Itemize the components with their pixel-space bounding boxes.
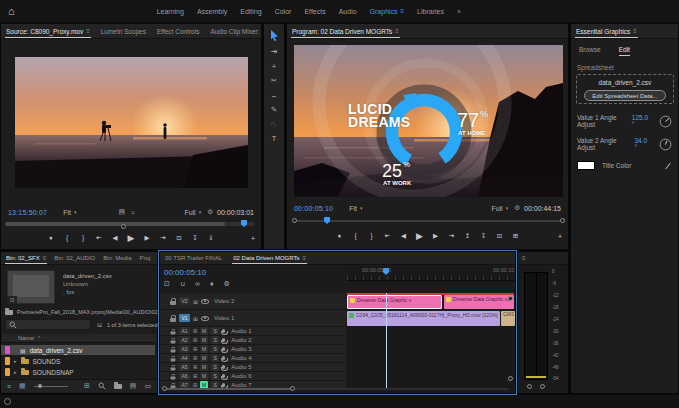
- tab-project[interactable]: Proj: [139, 252, 152, 264]
- zoom-slider[interactable]: [34, 386, 68, 387]
- clip-v1-tan[interactable]: C043 De: [501, 311, 515, 326]
- v-scroll-knob[interactable]: [508, 296, 513, 301]
- mic-icon[interactable]: [222, 329, 225, 333]
- program-scrubber[interactable]: [292, 217, 565, 225]
- mark-out-button[interactable]: }: [78, 235, 88, 242]
- ripple-edit-tool[interactable]: +: [272, 63, 276, 71]
- source-zoom-scrollbar[interactable]: [5, 221, 255, 228]
- mute-button[interactable]: M: [200, 372, 208, 380]
- time-ruler[interactable]: 00:00:05:00 00:00:10: [347, 266, 515, 281]
- source-timecode[interactable]: 13:15:50:07: [8, 209, 47, 216]
- panel-menu-icon[interactable]: ≡: [633, 28, 637, 34]
- add-marker-icon[interactable]: ♦: [210, 280, 214, 288]
- mark-out-button[interactable]: }: [367, 233, 377, 240]
- mic-icon[interactable]: [222, 338, 225, 342]
- mic-icon[interactable]: [222, 365, 225, 369]
- mic-icon[interactable]: [222, 347, 225, 351]
- panel-menu-icon[interactable]: ≡: [43, 255, 47, 261]
- track-target-a5[interactable]: A5: [179, 363, 190, 371]
- tab-source[interactable]: Source: C8090_Proxy.mov≡: [5, 24, 91, 38]
- solo-button[interactable]: S: [211, 327, 219, 335]
- scrollbar-center-knob[interactable]: [121, 224, 126, 229]
- sync-lock-icon[interactable]: ⊞: [193, 298, 198, 305]
- type-tool[interactable]: T: [272, 135, 277, 143]
- label-color-chip[interactable]: [5, 346, 10, 354]
- solo-button[interactable]: S: [211, 336, 219, 344]
- scrollbar-knob[interactable]: [290, 386, 295, 391]
- razor-tool[interactable]: ✂: [271, 77, 277, 85]
- clip-v2-selected[interactable]: Dreamer Data Graphic v: [347, 295, 442, 309]
- add-marker-button[interactable]: ♦: [335, 233, 345, 240]
- timeline-h-scrollbar[interactable]: [162, 387, 509, 391]
- track-output-eye-icon[interactable]: [201, 316, 209, 321]
- workspace-tab-effects[interactable]: Effects: [304, 8, 325, 15]
- step-forward-button[interactable]: ▶: [431, 233, 441, 240]
- tab-bin-02-audio[interactable]: Bin: 02_AUDIO: [53, 252, 96, 264]
- track-lock-icon[interactable]: [171, 340, 176, 343]
- eg-tab-edit[interactable]: Edit: [619, 46, 630, 55]
- search-input[interactable]: [5, 319, 91, 330]
- param2-dial[interactable]: [659, 138, 672, 151]
- clip-v1[interactable]: C094_C005_05181114_A09000-0117H[_Proxy_H…: [347, 311, 500, 326]
- v-scroll-knob[interactable]: [508, 376, 513, 381]
- bin-item-row[interactable]: ▤ data_driven_2.csv: [1, 345, 155, 355]
- selection-tool[interactable]: [270, 30, 279, 41]
- add-marker-button[interactable]: ♦: [46, 235, 56, 242]
- panel-menu-icon[interactable]: ≡: [303, 255, 307, 261]
- new-item-button[interactable]: ▤: [130, 382, 137, 390]
- program-video-frame[interactable]: LUCID DREAMS 77 % AT HOME 25 % AT WORK: [294, 45, 563, 197]
- source-resolution-select[interactable]: Full▾: [184, 209, 201, 216]
- slip-tool[interactable]: ↔: [270, 92, 278, 100]
- track-lock-icon[interactable]: [171, 367, 176, 370]
- bin-item-row[interactable]: ▸ SOUNDSNAP: [1, 367, 155, 377]
- linked-selection-icon[interactable]: ∞: [195, 280, 200, 288]
- name-column-header[interactable]: Name: [18, 335, 34, 341]
- panel-menu-icon[interactable]: ≡: [522, 255, 526, 261]
- step-back-button[interactable]: ◀: [399, 233, 409, 240]
- comparison-view-button[interactable]: ⊞: [511, 233, 521, 240]
- workspace-tab-graphics[interactable]: Graphics≡: [370, 8, 405, 15]
- mute-button[interactable]: M: [200, 354, 208, 362]
- param1-dial[interactable]: [659, 115, 672, 128]
- sync-lock-icon[interactable]: ⊞: [193, 346, 197, 352]
- solo-right-button[interactable]: [540, 384, 545, 389]
- solo-left-button[interactable]: [527, 384, 532, 389]
- workspace-tab-editing[interactable]: Editing: [240, 8, 261, 15]
- icon-view-button[interactable]: ▦: [19, 382, 26, 390]
- lift-button[interactable]: ↥: [463, 233, 473, 240]
- go-to-out-button[interactable]: ⇥: [158, 235, 168, 242]
- track-target-v1[interactable]: V1: [179, 314, 190, 322]
- go-to-in-button[interactable]: ⇤: [383, 233, 393, 240]
- snap-toggle-icon[interactable]: ∪: [180, 280, 185, 288]
- scroll-right-knob[interactable]: [560, 218, 565, 223]
- program-playhead[interactable]: [324, 217, 330, 224]
- track-lock-icon[interactable]: [171, 376, 176, 379]
- mark-in-button[interactable]: {: [62, 235, 72, 242]
- timeline-track-area[interactable]: Dreamer Data Graphic v Dreamer Data Grap…: [347, 293, 515, 390]
- overwrite-button[interactable]: ⇓: [206, 235, 216, 242]
- button-editor-button[interactable]: +: [251, 235, 255, 242]
- track-output-eye-icon[interactable]: [201, 299, 209, 304]
- go-to-out-button[interactable]: ⇥: [447, 233, 457, 240]
- pen-tool[interactable]: ✎: [271, 106, 277, 114]
- home-icon[interactable]: ⌂: [8, 5, 15, 17]
- step-back-button[interactable]: ◀: [110, 235, 120, 242]
- edit-spreadsheet-button[interactable]: Edit Spreadsheet Data...: [584, 90, 666, 101]
- bin-item-label[interactable]: SOUNDS: [33, 358, 61, 365]
- workspace-menu-icon[interactable]: ≡: [401, 8, 405, 14]
- timeline-timecode[interactable]: 00:00:05:10: [164, 268, 206, 277]
- button-editor-button[interactable]: +: [558, 233, 562, 240]
- automate-to-sequence-button[interactable]: ⊞: [84, 382, 90, 390]
- tab-effect-controls[interactable]: Effect Controls: [156, 24, 201, 38]
- export-frame-button[interactable]: ⊡: [495, 233, 505, 240]
- workspace-tab-assembly[interactable]: Assembly: [197, 8, 227, 15]
- tab-sequence-data-driven[interactable]: 02 Data Driven MOGRTs≡: [232, 252, 307, 264]
- workspace-tab-color[interactable]: Color: [275, 8, 292, 15]
- bin-item-label[interactable]: data_driven_2.csv: [30, 347, 83, 354]
- scroll-left-knob[interactable]: [292, 218, 297, 223]
- clear-button[interactable]: ▭: [144, 382, 151, 390]
- tab-audio-clip-mixer[interactable]: Audio Clip Mixer: 02 Data Driven MOGRTs: [209, 24, 261, 38]
- solo-button[interactable]: S: [211, 363, 219, 371]
- mic-icon[interactable]: [222, 374, 225, 378]
- playhead-line[interactable]: [386, 293, 387, 390]
